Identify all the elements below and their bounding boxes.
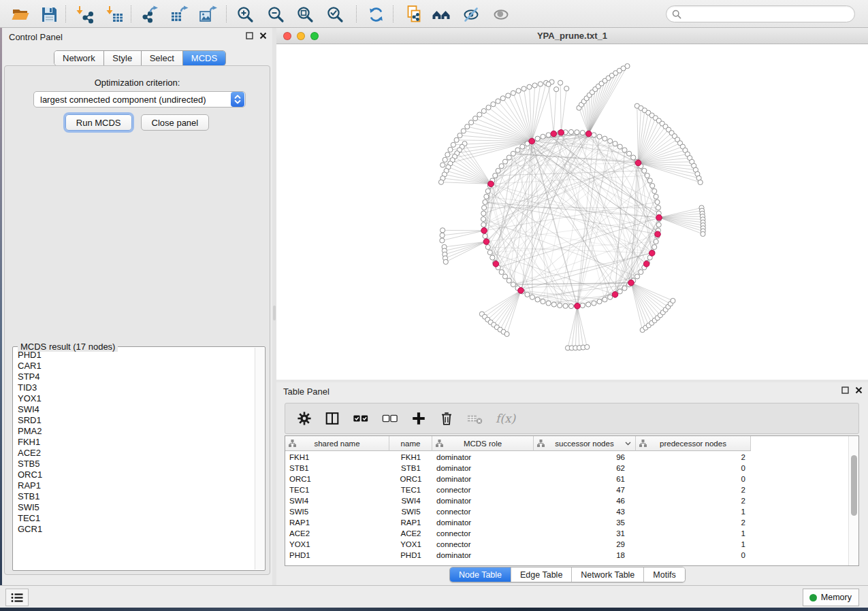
apply-layout-button[interactable] bbox=[364, 5, 388, 24]
deselect-all-icon[interactable] bbox=[381, 410, 399, 427]
result-node[interactable]: ORC1 bbox=[14, 469, 254, 480]
result-node[interactable]: SRD1 bbox=[14, 415, 254, 426]
tab-mcds[interactable]: MCDS bbox=[183, 51, 225, 65]
result-node[interactable]: PHD1 bbox=[14, 350, 254, 361]
table-row[interactable]: STB1STB1dominator620 bbox=[285, 463, 848, 474]
table-cell: 0 bbox=[636, 463, 751, 474]
clone-network-button[interactable] bbox=[402, 5, 426, 24]
task-history-button[interactable] bbox=[5, 589, 29, 606]
network-graph[interactable] bbox=[276, 44, 868, 380]
result-node[interactable]: GCR1 bbox=[14, 524, 254, 535]
desktop-wallpaper-bottom bbox=[0, 608, 868, 611]
first-neighbors-button[interactable] bbox=[429, 5, 453, 24]
result-node[interactable]: FKH1 bbox=[14, 437, 254, 448]
table-row[interactable]: ORC1ORC1dominator610 bbox=[285, 474, 848, 484]
column-panel-icon[interactable] bbox=[324, 410, 340, 427]
close-panel-icon[interactable] bbox=[259, 32, 267, 39]
import-network-button[interactable] bbox=[72, 5, 97, 24]
table-cell: 46 bbox=[534, 495, 636, 506]
table-cell: dominator bbox=[432, 517, 534, 528]
trash-icon[interactable] bbox=[438, 410, 455, 427]
settings-gear-icon[interactable] bbox=[296, 410, 312, 427]
save-session-button[interactable] bbox=[37, 5, 61, 24]
show-all-button[interactable] bbox=[489, 5, 513, 24]
table-row[interactable]: TEC1TEC1connector472 bbox=[285, 484, 848, 495]
memory-button[interactable]: Memory bbox=[803, 589, 859, 606]
table-cell: STB1 bbox=[389, 463, 432, 474]
float-panel-icon[interactable] bbox=[246, 32, 253, 39]
export-network-button[interactable] bbox=[138, 5, 162, 24]
result-list-scrollbar[interactable] bbox=[255, 348, 264, 569]
hide-selected-button[interactable] bbox=[459, 5, 483, 24]
column-header-shared-name[interactable]: shared name bbox=[285, 436, 389, 451]
tab-network-table[interactable]: Network Table bbox=[572, 567, 644, 582]
result-node[interactable]: STP4 bbox=[14, 371, 254, 382]
column-header-successor-nodes[interactable]: successor nodes bbox=[534, 436, 636, 451]
control-panel-tabs: NetworkStyleSelectMCDS bbox=[54, 50, 226, 66]
export-image-button[interactable] bbox=[196, 5, 221, 24]
tab-motifs[interactable]: Motifs bbox=[644, 567, 684, 582]
add-icon[interactable] bbox=[411, 410, 427, 427]
mcds-result-list[interactable]: PHD1CAR1STP4TID3YOX1SWI4SRD1PMA2FKH1ACE2… bbox=[14, 350, 254, 569]
zoom-in-button[interactable] bbox=[233, 5, 257, 24]
result-node[interactable]: SWI5 bbox=[14, 502, 254, 513]
scrollbar-thumb[interactable] bbox=[851, 455, 857, 516]
zoom-fit-button[interactable] bbox=[293, 5, 317, 24]
eye-icon bbox=[492, 5, 511, 24]
result-node[interactable]: RAP1 bbox=[14, 480, 254, 491]
result-node[interactable]: YOX1 bbox=[14, 393, 254, 404]
table-row[interactable]: FKH1FKH1dominator962 bbox=[285, 452, 848, 463]
table-row[interactable]: SWI5SWI5connector431 bbox=[285, 506, 848, 517]
search-input[interactable] bbox=[681, 10, 854, 19]
result-node[interactable]: ACE2 bbox=[14, 448, 254, 459]
tab-edge-table[interactable]: Edge Table bbox=[511, 567, 572, 582]
export-image-icon bbox=[199, 5, 218, 24]
table-row[interactable]: YOX1YOX1connector291 bbox=[285, 539, 848, 550]
column-header-mcds-role[interactable]: MCDS role bbox=[432, 436, 534, 451]
close-panel-icon[interactable] bbox=[855, 386, 863, 394]
table-row[interactable]: ACE2ACE2connector311 bbox=[285, 528, 848, 539]
destroy-table-icon[interactable] bbox=[466, 410, 484, 427]
column-header-name[interactable]: name bbox=[389, 436, 432, 451]
result-node[interactable]: TID3 bbox=[14, 382, 254, 393]
table-cell: SWI4 bbox=[285, 495, 389, 506]
export-table-button[interactable] bbox=[167, 5, 192, 24]
node-table[interactable]: shared namenameMCDS rolesuccessor nodesp… bbox=[285, 435, 859, 566]
tab-select[interactable]: Select bbox=[142, 51, 183, 65]
result-node[interactable]: SWI4 bbox=[14, 404, 254, 415]
open-file-button[interactable] bbox=[8, 5, 33, 24]
main-toolbar bbox=[0, 0, 868, 28]
select-all-icon[interactable] bbox=[352, 410, 370, 427]
tab-network[interactable]: Network bbox=[54, 51, 104, 65]
result-node[interactable]: PMA2 bbox=[14, 426, 254, 437]
list-icon bbox=[11, 593, 23, 603]
criterion-select[interactable]: largest connected component (undirected) bbox=[33, 91, 246, 108]
table-cell: dominator bbox=[432, 474, 534, 484]
result-node[interactable]: TEC1 bbox=[14, 513, 254, 524]
tab-style[interactable]: Style bbox=[104, 51, 142, 65]
splitter-handle[interactable] bbox=[273, 306, 276, 320]
table-row[interactable]: SWI4SWI4dominator462 bbox=[285, 495, 848, 506]
network-canvas[interactable] bbox=[276, 44, 868, 380]
result-node[interactable]: CAR1 bbox=[14, 361, 254, 371]
float-panel-icon[interactable] bbox=[841, 386, 849, 394]
network-window-titlebar[interactable]: YPA_prune.txt_1 bbox=[276, 28, 868, 44]
run-mcds-button[interactable]: Run MCDS bbox=[65, 114, 132, 131]
table-panel: Table Panel bbox=[276, 382, 868, 585]
import-table-button[interactable] bbox=[102, 5, 127, 24]
main-area: Control Panel NetworkStyleSelectMCDS Opt… bbox=[0, 28, 868, 585]
table-cell: connector bbox=[432, 506, 534, 517]
search-field[interactable] bbox=[666, 5, 855, 22]
tab-node-table[interactable]: Node Table bbox=[450, 567, 511, 582]
table-row[interactable]: RAP1RAP1dominator352 bbox=[285, 517, 848, 528]
table-scrollbar[interactable] bbox=[848, 436, 858, 565]
table-row[interactable]: PHD1PHD1dominator180 bbox=[285, 550, 848, 561]
result-node[interactable]: STB1 bbox=[14, 491, 254, 502]
result-node[interactable]: STB5 bbox=[14, 459, 254, 469]
zoom-out-button[interactable] bbox=[263, 5, 288, 24]
zoom-selected-button[interactable] bbox=[323, 5, 347, 24]
sort-desc-icon bbox=[625, 442, 631, 446]
close-panel-button[interactable]: Close panel bbox=[141, 114, 210, 131]
column-header-predecessor-nodes[interactable]: predecessor nodes bbox=[636, 436, 751, 451]
function-builder-icon[interactable]: f(x) bbox=[496, 412, 515, 425]
